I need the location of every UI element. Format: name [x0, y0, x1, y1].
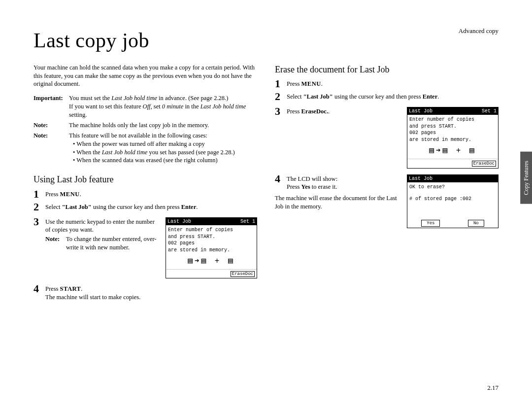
t: setting.	[69, 111, 87, 118]
step-number: 1	[275, 78, 287, 89]
step-4: 4 Press START. The machine will start to…	[33, 283, 257, 302]
note-label: Note:	[45, 235, 66, 252]
page-title: Last copy job	[33, 27, 499, 55]
t: , set	[151, 103, 162, 110]
step-1: 1 Press MENU.	[33, 189, 257, 200]
step-body: Press MENU.	[45, 189, 257, 199]
page-number: 2.17	[487, 383, 499, 392]
lcd-line: and press START.	[168, 234, 255, 240]
note-2: Note: This feature will be not available…	[33, 132, 257, 165]
t: .	[321, 80, 323, 87]
step-number: 2	[33, 202, 45, 212]
bullet: When the power was turned off after maki…	[69, 140, 205, 147]
lcd-line: are stored in memory.	[168, 247, 255, 254]
section-using-last-job: Using Last Job feature	[33, 173, 257, 185]
t: MENU	[301, 80, 321, 87]
step-2: 2 Select "Last Job" using the cursor key…	[33, 202, 257, 212]
t: MENU	[60, 191, 80, 198]
t: If you want to set this feature	[69, 103, 143, 110]
right-column: Erase the document for Last Job 1 Press …	[275, 64, 499, 304]
note-text: This feature will be not available in th…	[69, 132, 257, 165]
t: in the	[183, 103, 200, 110]
lcd-line: Enter number of copies	[409, 116, 496, 123]
t: Use the numeric keypad to enter the numb…	[45, 218, 155, 234]
lcd-screenshot-2: Last JobSet 1 Enter number of copies and…	[407, 107, 499, 169]
t: .	[81, 285, 82, 292]
t: The machine will start to make copies.	[45, 294, 140, 301]
step-body: Use the numeric keypad to enter the numb…	[45, 216, 161, 252]
t: LCD	[298, 175, 310, 182]
t: Press	[287, 80, 301, 87]
t: Enter	[423, 93, 438, 100]
t: to erase it.	[310, 183, 337, 190]
section-erase-document: Erase the document for Last Job	[275, 64, 499, 75]
r-step-3: 3 Press EraseDoc..	[275, 106, 402, 117]
lcd-body: OK to erase? # of stored page :002	[407, 182, 498, 217]
lcd-line: and press START.	[409, 123, 496, 130]
note-1: Note: The machine holds only the last co…	[33, 121, 257, 130]
lcd-body: Enter number of copies and press START. …	[166, 225, 257, 269]
t: in advance. (See page 2.28.)	[157, 95, 228, 102]
t: The	[287, 175, 298, 182]
lcd-softkey: EraseDoc	[231, 271, 255, 277]
t: you set has passed (see page 2.28.)	[147, 149, 234, 156]
step-number: 3	[275, 106, 287, 117]
step-body: Press MENU.	[287, 78, 499, 88]
important-body: You must set the Last Job hold time in a…	[69, 94, 257, 119]
r-step-1: 1 Press MENU.	[275, 78, 499, 89]
step-number: 1	[33, 189, 45, 200]
step-number: 3	[33, 216, 45, 227]
t: using the cursor key and then press	[333, 93, 423, 100]
t: Yes	[301, 183, 310, 190]
t: using the cursor key and then press	[92, 204, 181, 210]
lcd-softkey-no: No	[468, 220, 484, 227]
lcd-softkey-yes: Yes	[421, 220, 440, 227]
lcd-screenshot-1: Last JobSet 1 Enter number of copies and…	[166, 217, 257, 279]
step-number: 4	[275, 173, 287, 184]
t: Last Job hold time	[102, 149, 148, 156]
lcd-title: Last Job	[409, 175, 432, 182]
t: Select	[45, 204, 62, 210]
step-body: Select "Last Job" using the cursor key a…	[287, 91, 499, 101]
intro-text: Your machine can hold the scanned data w…	[33, 64, 257, 89]
t: EraseDoc.	[301, 108, 329, 115]
erase-tail: The machine will erase the document for …	[275, 194, 402, 211]
lcd-body: Enter number of copies and press START. …	[407, 115, 498, 159]
lcd-set: Set 1	[240, 218, 255, 225]
r-step-2: 2 Select "Last Job" using the cursor key…	[275, 91, 499, 102]
header-section: Advanced copy	[459, 27, 499, 35]
t: Select	[287, 93, 303, 100]
step-body: Press EraseDoc..	[287, 106, 402, 116]
t: This feature will be not available in th…	[69, 132, 207, 139]
t: When the	[76, 149, 101, 156]
note-label: Note:	[33, 132, 69, 165]
t: will show:	[310, 175, 338, 182]
step-3-note: Note: To change the number entered, over…	[45, 235, 161, 252]
important-label: Important:	[33, 94, 69, 119]
t: You must set the	[69, 95, 111, 102]
t: Enter	[181, 204, 197, 210]
step-body: The LCD will show: Press Yes to erase it…	[287, 173, 402, 192]
left-column: Your machine can hold the scanned data w…	[33, 64, 257, 304]
t: .	[437, 93, 439, 100]
t: Off	[143, 103, 151, 110]
t: .	[328, 108, 330, 115]
lcd-title: Last Job	[167, 218, 191, 225]
lcd-line: are stored in memory.	[409, 137, 496, 143]
lcd-line: Enter number of copies	[168, 227, 255, 234]
t: Last Job hold time	[111, 95, 157, 102]
lcd-softkey: EraseDoc	[472, 161, 496, 167]
t: START	[60, 285, 81, 292]
lcd-icons: ▤➔▤ + ▤	[168, 253, 255, 268]
lcd-screenshot-3: Last Job OK to erase? # of stored page :…	[407, 174, 499, 229]
lcd-line: OK to erase?	[409, 184, 496, 191]
lcd-line: 002 pages	[409, 130, 496, 137]
side-tab: Copy Features	[520, 152, 532, 204]
bullet: When the Last Job hold time you set has …	[69, 149, 235, 156]
note-text: To change the number entered, over-write…	[66, 235, 161, 252]
step-body: Select "Last Job" using the cursor key a…	[45, 202, 257, 211]
r-step-4: 4 The LCD will show: Press Yes to erase …	[275, 173, 402, 192]
step-3: 3 Use the numeric keypad to enter the nu…	[33, 216, 161, 252]
lcd-line: # of stored page :002	[409, 196, 496, 203]
t: Press	[287, 183, 301, 190]
